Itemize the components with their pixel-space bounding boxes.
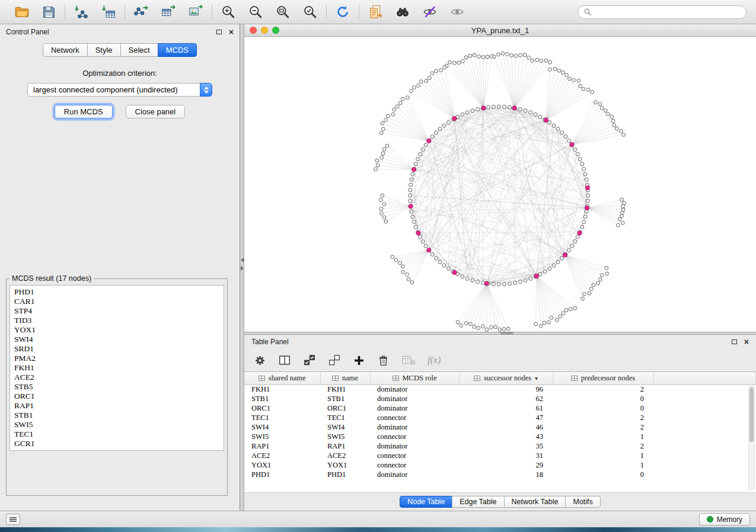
network-leaf-node[interactable] — [620, 214, 624, 218]
network-hub-node[interactable] — [578, 231, 582, 235]
result-node-item[interactable]: FKH1 — [14, 363, 219, 373]
zoom-out-button[interactable] — [247, 3, 264, 21]
network-leaf-node[interactable] — [535, 58, 539, 62]
network-leaf-node[interactable] — [460, 324, 463, 328]
close-panel-button[interactable]: Close panel — [126, 105, 186, 118]
tab-motifs[interactable]: Motifs — [565, 496, 600, 508]
network-leaf-node[interactable] — [586, 88, 590, 92]
table-row[interactable]: TEC1TEC1connector472 — [244, 413, 756, 422]
network-node[interactable] — [513, 281, 517, 285]
network-node[interactable] — [573, 240, 577, 243]
table-row[interactable]: YOX1YOX1connector291 — [244, 460, 756, 470]
toolbar-search[interactable] — [578, 5, 747, 19]
import-table-button[interactable] — [100, 3, 117, 21]
network-node[interactable] — [583, 172, 587, 176]
network-node[interactable] — [560, 131, 564, 134]
network-node[interactable] — [414, 162, 417, 166]
float-table-panel-icon[interactable] — [732, 339, 737, 344]
network-leaf-node[interactable] — [398, 101, 402, 105]
network-node[interactable] — [567, 139, 571, 143]
network-leaf-node[interactable] — [410, 89, 413, 93]
network-leaf-node[interactable] — [599, 278, 602, 281]
network-node[interactable] — [538, 115, 542, 118]
column-header[interactable]: name — [320, 372, 370, 384]
network-node[interactable] — [552, 264, 556, 267]
network-hub-node[interactable] — [585, 206, 589, 210]
table-row[interactable]: FKH1FKH1dominator962 — [244, 384, 756, 394]
network-leaf-node[interactable] — [600, 106, 604, 110]
network-hub-node[interactable] — [544, 118, 548, 122]
network-leaf-node[interactable] — [569, 307, 572, 311]
network-leaf-node[interactable] — [406, 96, 409, 100]
network-node[interactable] — [578, 157, 582, 161]
window-zoom-icon[interactable] — [272, 27, 279, 34]
table-row[interactable]: SWI4SWI4dominator462 — [244, 422, 756, 432]
network-leaf-node[interactable] — [605, 266, 608, 270]
network-node[interactable] — [582, 167, 586, 171]
horizontal-splitter[interactable] — [244, 332, 756, 335]
network-node[interactable] — [552, 124, 556, 127]
network-leaf-node[interactable] — [553, 67, 557, 70]
network-hub-node[interactable] — [585, 185, 589, 190]
network-leaf-node[interactable] — [380, 211, 384, 215]
network-node[interactable] — [412, 220, 416, 224]
network-leaf-node[interactable] — [559, 315, 562, 318]
network-leaf-node[interactable] — [562, 312, 565, 315]
network-leaf-node[interactable] — [473, 53, 476, 57]
graphics-details-button[interactable] — [421, 3, 439, 21]
network-node[interactable] — [580, 162, 584, 166]
result-node-item[interactable]: CAR1 — [14, 297, 219, 306]
network-hub-node[interactable] — [427, 139, 431, 143]
network-node[interactable] — [560, 257, 564, 260]
network-leaf-node[interactable] — [464, 56, 468, 59]
network-hub-node[interactable] — [481, 106, 486, 110]
network-node[interactable] — [543, 270, 547, 273]
network-leaf-node[interactable] — [606, 113, 610, 116]
table-row[interactable]: RAP1RAP1dominator352 — [244, 441, 756, 451]
delete-table-button[interactable] — [401, 354, 416, 367]
network-hub-node[interactable] — [512, 106, 516, 110]
network-node[interactable] — [580, 225, 584, 229]
network-leaf-node[interactable] — [502, 328, 506, 331]
network-leaf-node[interactable] — [572, 78, 576, 82]
network-leaf-node[interactable] — [384, 118, 388, 122]
network-leaf-node[interactable] — [419, 80, 423, 84]
result-node-item[interactable]: ACE2 — [14, 373, 219, 382]
network-leaf-node[interactable] — [598, 102, 602, 106]
network-node[interactable] — [476, 280, 480, 284]
network-leaf-node[interactable] — [386, 114, 390, 118]
network-node[interactable] — [518, 280, 522, 284]
network-leaf-node[interactable] — [391, 255, 394, 259]
network-node[interactable] — [421, 240, 425, 243]
network-leaf-node[interactable] — [374, 168, 378, 171]
network-node[interactable] — [576, 235, 579, 239]
network-leaf-node[interactable] — [477, 55, 481, 59]
network-leaf-node[interactable] — [613, 124, 616, 127]
tab-select[interactable]: Select — [120, 43, 158, 57]
clone-network-button[interactable] — [366, 3, 384, 21]
network-node[interactable] — [411, 172, 414, 176]
result-node-item[interactable]: STP4 — [14, 306, 219, 316]
network-leaf-node[interactable] — [510, 54, 513, 57]
network-node[interactable] — [534, 113, 537, 116]
export-network-button[interactable] — [132, 3, 150, 21]
network-node[interactable] — [582, 220, 586, 224]
network-leaf-node[interactable] — [562, 70, 565, 74]
run-mcds-button[interactable]: Run MCDS — [55, 105, 113, 118]
network-hub-node[interactable] — [452, 270, 457, 274]
network-leaf-node[interactable] — [501, 52, 505, 55]
network-node[interactable] — [524, 278, 527, 282]
result-node-item[interactable]: GCR1 — [14, 439, 219, 448]
splitter-grip[interactable] — [500, 332, 513, 334]
network-node[interactable] — [434, 257, 438, 260]
result-node-item[interactable]: PMA2 — [14, 354, 219, 363]
network-node[interactable] — [410, 178, 413, 181]
network-canvas[interactable] — [244, 37, 756, 332]
network-leaf-node[interactable] — [604, 109, 607, 113]
table-row[interactable]: ORC1ORC1dominator610 — [244, 403, 756, 413]
network-node[interactable] — [442, 264, 446, 267]
network-leaf-node[interactable] — [401, 270, 405, 274]
network-leaf-node[interactable] — [435, 69, 438, 73]
network-node[interactable] — [503, 283, 506, 286]
network-leaf-node[interactable] — [619, 130, 623, 133]
